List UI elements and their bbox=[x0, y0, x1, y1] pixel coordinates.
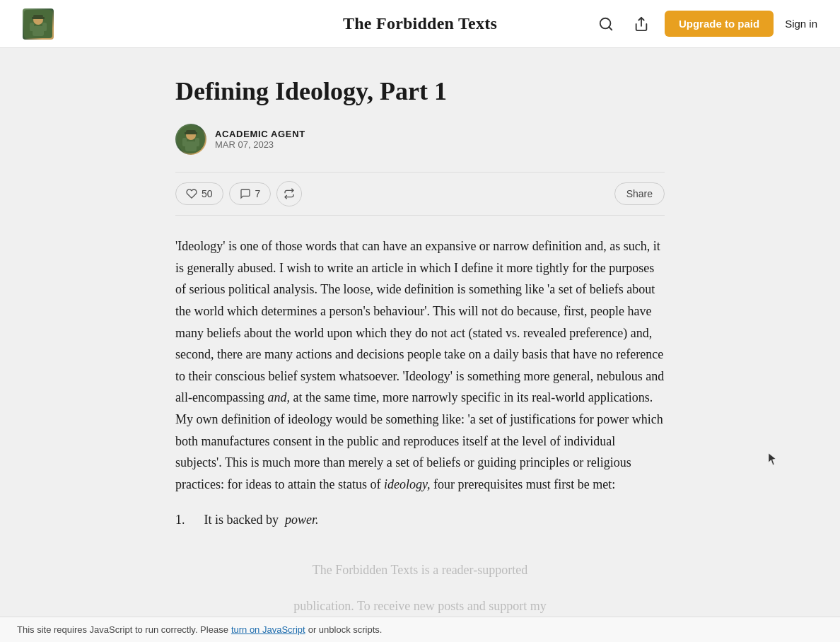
like-count: 50 bbox=[202, 188, 213, 199]
comment-button[interactable]: 7 bbox=[229, 182, 272, 205]
comment-count: 7 bbox=[255, 188, 261, 199]
restack-button[interactable] bbox=[276, 181, 302, 206]
svg-rect-16 bbox=[185, 132, 197, 134]
main-content: Defining Ideology, Part 1 ACADEMIC AGENT… bbox=[158, 48, 682, 642]
signin-button[interactable]: Sign in bbox=[785, 18, 817, 30]
author-name: ACADEMIC AGENT bbox=[215, 129, 305, 139]
navbar: The Forbidden Texts Upgrade to paid Sign… bbox=[0, 0, 840, 48]
logo-avatar bbox=[23, 8, 54, 40]
share-nav-button[interactable] bbox=[629, 12, 653, 36]
search-icon bbox=[598, 16, 614, 32]
cursor-indicator bbox=[768, 453, 776, 465]
interaction-bar: 50 7 Share bbox=[175, 172, 665, 216]
heart-icon bbox=[186, 188, 197, 199]
interaction-left: 50 7 bbox=[175, 181, 302, 206]
footer-text-2: or unblock scripts. bbox=[308, 624, 383, 635]
share-button[interactable]: Share bbox=[614, 182, 665, 205]
footer-bar: This site requires JavaScript to run cor… bbox=[0, 617, 840, 642]
author-info: ACADEMIC AGENT MAR 07, 2023 bbox=[215, 129, 305, 150]
article-paragraph-1: 'Ideology' is one of those words that ca… bbox=[175, 235, 665, 495]
logo[interactable] bbox=[23, 8, 54, 40]
svg-rect-6 bbox=[32, 17, 45, 19]
svg-rect-12 bbox=[185, 141, 197, 151]
like-button[interactable]: 50 bbox=[175, 182, 223, 205]
svg-rect-4 bbox=[42, 23, 47, 31]
site-title: The Forbidden Texts bbox=[343, 14, 497, 33]
author-row: ACADEMIC AGENT MAR 07, 2023 bbox=[175, 124, 665, 155]
share-icon bbox=[634, 16, 649, 32]
svg-rect-14 bbox=[195, 138, 199, 146]
article-title: Defining Ideology, Part 1 bbox=[175, 76, 665, 107]
author-date: MAR 07, 2023 bbox=[215, 139, 305, 150]
comment-icon bbox=[240, 188, 251, 199]
search-button[interactable] bbox=[594, 12, 618, 36]
restack-icon bbox=[284, 188, 295, 199]
svg-line-8 bbox=[609, 27, 612, 30]
nav-actions: Upgrade to paid Sign in bbox=[594, 11, 817, 37]
author-avatar[interactable] bbox=[175, 124, 206, 155]
svg-rect-13 bbox=[182, 138, 187, 146]
svg-rect-2 bbox=[33, 26, 44, 36]
footer-text: This site requires JavaScript to run cor… bbox=[17, 624, 228, 635]
article-body: 'Ideology' is one of those words that ca… bbox=[175, 235, 665, 642]
svg-rect-3 bbox=[30, 23, 34, 31]
list-item-1: 1. It is backed by power. bbox=[175, 509, 665, 531]
javascript-link[interactable]: turn on JavaScript bbox=[231, 624, 305, 635]
upgrade-nav-button[interactable]: Upgrade to paid bbox=[665, 11, 774, 37]
